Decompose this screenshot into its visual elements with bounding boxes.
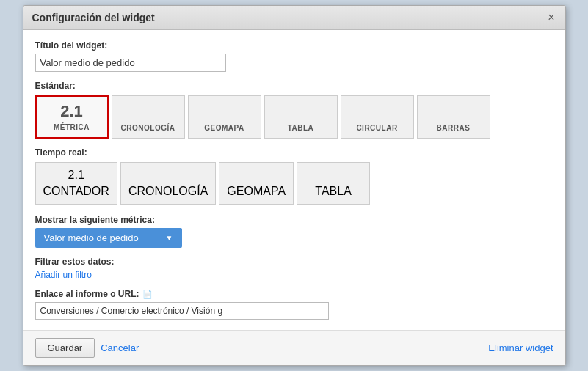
url-input[interactable] [35, 302, 329, 320]
widget-title-label: Título del widget: [35, 40, 553, 51]
widget-title-input[interactable] [35, 54, 226, 72]
option-tabla[interactable]: TABLA [264, 95, 338, 139]
contador-num: 2.1 [68, 169, 84, 182]
metric-dropdown-arrow: ▼ [166, 234, 173, 242]
standard-options: 2.1 MÉTRICA CRONOLOGÍA [35, 95, 553, 139]
footer-left: Guardar Cancelar [35, 338, 139, 358]
save-button[interactable]: Guardar [35, 338, 95, 358]
filter-label: Filtrar estos datos: [35, 257, 553, 267]
metric-dropdown[interactable]: Valor medio de pedido ▼ [35, 228, 182, 248]
metrica-num: 2.1 [60, 103, 83, 120]
barras-label: BARRAS [437, 124, 471, 132]
geomapa-label: GEOMAPA [204, 124, 244, 132]
option-metrica[interactable]: 2.1 MÉTRICA [35, 95, 109, 139]
option-barras[interactable]: BARRAS [417, 95, 490, 139]
tabla-rt-label: TABLA [315, 185, 352, 198]
tabla-label: TABLA [288, 124, 314, 132]
option-cronologia-rt[interactable]: CRONOLOGÍA [120, 162, 216, 205]
close-button[interactable]: × [546, 12, 556, 23]
realtime-label: Tiempo real: [35, 147, 553, 158]
add-filter-link[interactable]: Añadir un filtro [35, 270, 553, 280]
metrica-label: MÉTRICA [54, 123, 90, 131]
cronologia-rt-label: CRONOLOGÍA [128, 185, 208, 198]
metric-dropdown-label: Mostrar la siguiente métrica: [35, 215, 553, 225]
widget-config-dialog: Configuración del widget × Título del wi… [23, 5, 566, 366]
url-icon: 📄 [142, 290, 153, 299]
url-label-text: Enlace al informe o URL: [35, 289, 139, 299]
dialog-title: Configuración del widget [32, 12, 155, 23]
dialog-header: Configuración del widget × [23, 6, 565, 30]
realtime-options: 2.1 CONTADOR CRONOLOGÍA [35, 162, 553, 205]
metric-dropdown-value: Valor medio de pedido [44, 232, 139, 243]
cancel-button[interactable]: Cancelar [101, 338, 139, 358]
option-cronologia[interactable]: CRONOLOGÍA [112, 95, 185, 139]
geomapa-rt-label: GEOMAPA [227, 185, 286, 198]
standard-label: Estándar: [35, 81, 553, 91]
dialog-body: Título del widget: Estándar: 2.1 MÉTRICA… [23, 30, 565, 330]
cronologia-label: CRONOLOGÍA [121, 124, 175, 132]
circular-label: CIRCULAR [356, 124, 397, 132]
delete-widget-button[interactable]: Eliminar widget [488, 342, 553, 353]
option-circular[interactable]: CIRCULAR [341, 95, 414, 139]
option-tabla-rt[interactable]: TABLA [297, 162, 370, 205]
contador-label: CONTADOR [43, 185, 109, 198]
option-geomapa-rt[interactable]: GEOMAPA [219, 162, 294, 205]
url-label: Enlace al informe o URL: 📄 [35, 289, 553, 299]
option-contador[interactable]: 2.1 CONTADOR [35, 162, 117, 205]
option-geomapa[interactable]: GEOMAPA [188, 95, 261, 139]
dialog-footer: Guardar Cancelar Eliminar widget [23, 330, 565, 365]
